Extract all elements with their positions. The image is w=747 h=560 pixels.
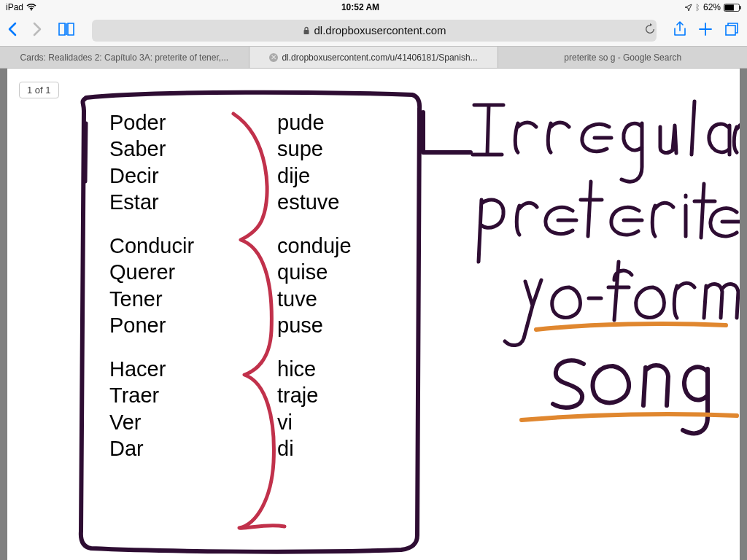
tab-0[interactable]: Cards: Realidades 2: Capítulo 3A: preter…	[0, 47, 249, 68]
back-button[interactable]	[7, 20, 22, 41]
tabs-button[interactable]	[724, 21, 740, 40]
tab-label: dl.dropboxusercontent.com/u/41406181/Spa…	[282, 52, 477, 63]
svg-rect-1	[725, 4, 734, 10]
forward-button[interactable]	[32, 20, 47, 41]
bluetooth-icon: ᛒ	[695, 3, 700, 12]
tab-label: Cards: Realidades 2: Capítulo 3A: preter…	[20, 52, 229, 63]
address-bar[interactable]: dl.dropboxusercontent.com	[92, 20, 657, 42]
browser-toolbar: dl.dropboxusercontent.com	[0, 15, 747, 47]
reload-button[interactable]	[643, 23, 657, 39]
status-bar: iPad 10:52 AM ᛒ 62%	[0, 0, 747, 15]
share-button[interactable]	[673, 20, 687, 41]
bookmarks-button[interactable]	[57, 21, 76, 40]
svg-rect-4	[726, 26, 735, 35]
location-icon	[684, 4, 692, 12]
tab-1[interactable]: ✕ dl.dropboxusercontent.com/u/41406181/S…	[249, 47, 499, 68]
battery-pct: 62%	[703, 2, 721, 12]
device-label: iPad	[6, 2, 23, 12]
content-area: 1 of 1 Poderpude Sabersupe Decirdije Est…	[0, 69, 747, 560]
handwritten-annotations	[7, 69, 740, 560]
document-page[interactable]: 1 of 1 Poderpude Sabersupe Decirdije Est…	[7, 69, 740, 560]
tab-label: preterite so g - Google Search	[564, 52, 681, 63]
tab-2[interactable]: preterite so g - Google Search	[498, 47, 747, 68]
battery-icon	[724, 4, 741, 12]
wifi-icon	[26, 4, 36, 11]
status-left: iPad	[6, 2, 36, 12]
close-tab-icon[interactable]: ✕	[269, 53, 278, 62]
status-time: 10:52 AM	[341, 2, 379, 12]
svg-rect-3	[303, 30, 309, 34]
lock-icon	[303, 26, 310, 35]
tabs-bar: Cards: Realidades 2: Capítulo 3A: preter…	[0, 47, 747, 69]
url-text: dl.dropboxusercontent.com	[314, 24, 446, 36]
status-right: ᛒ 62%	[684, 2, 741, 12]
new-tab-button[interactable]	[697, 21, 713, 40]
svg-rect-2	[740, 6, 741, 9]
